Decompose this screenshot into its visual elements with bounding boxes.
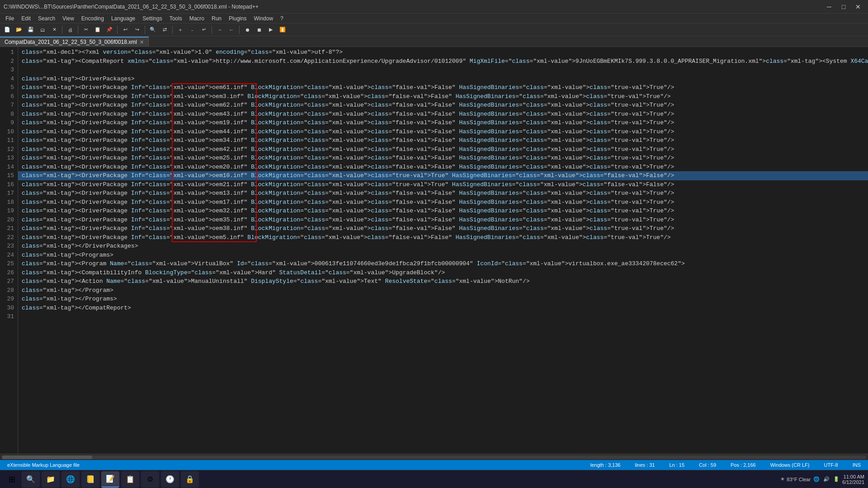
ln-info: Ln : 15 xyxy=(666,462,687,468)
explorer-taskbar-button[interactable]: 📁 xyxy=(42,471,60,488)
save-all-button[interactable]: 🗂 xyxy=(37,25,48,35)
line-number-14: 14 xyxy=(4,163,14,172)
horizontal-scrollbar[interactable] xyxy=(0,454,868,460)
line-number-19: 19 xyxy=(4,206,14,216)
code-line-14: class="xml-tag"><DriverPackage Inf="clas… xyxy=(18,163,868,172)
settings-taskbar-button[interactable]: ⚙ xyxy=(141,471,159,488)
menu-settings[interactable]: Settings xyxy=(139,14,165,23)
line-number-9: 9 xyxy=(4,118,14,127)
menu-edit[interactable]: Edit xyxy=(18,14,34,23)
toolbar-sep2 xyxy=(78,26,78,34)
speaker-icon: 🔊 xyxy=(823,476,830,482)
code-line-19: class="xml-tag"><DriverPackage Inf="clas… xyxy=(18,206,868,216)
code-line-16: class="xml-tag"><DriverPackage Inf="clas… xyxy=(18,180,868,189)
line-number-25: 25 xyxy=(4,259,14,268)
weather-text: 83°F Clear xyxy=(787,477,811,482)
menu-file[interactable]: File xyxy=(2,14,18,23)
date-display: 6/12/2021 xyxy=(842,479,864,485)
menu-macro[interactable]: Macro xyxy=(186,14,208,23)
code-line-21: class="xml-tag"><DriverPackage Inf="clas… xyxy=(18,224,868,233)
chrome-taskbar-button[interactable]: 🌐 xyxy=(61,471,80,488)
zoom-out-button[interactable]: - xyxy=(187,25,198,35)
menu-search[interactable]: Search xyxy=(34,14,59,23)
line-number-13: 13 xyxy=(4,154,14,163)
notes-taskbar-button[interactable]: 📒 xyxy=(81,471,99,488)
menu-encoding[interactable]: Encoding xyxy=(78,14,108,23)
wrap-button[interactable]: ↵ xyxy=(198,25,209,35)
macro-stop-button[interactable]: ⏹ xyxy=(254,25,264,35)
new-button[interactable]: 📄 xyxy=(2,25,13,35)
close-button[interactable]: ✕ xyxy=(852,2,864,11)
toolbar-sep3 xyxy=(117,26,118,34)
search-taskbar-button[interactable]: 🔍 xyxy=(22,471,40,488)
print-button[interactable]: 🖨 xyxy=(65,25,75,35)
minimize-button[interactable]: ─ xyxy=(823,2,835,11)
toolbar-sep1 xyxy=(62,26,62,34)
menu-plugins[interactable]: Plugins xyxy=(225,14,250,23)
redo-button[interactable]: ↪ xyxy=(132,25,142,35)
active-tab[interactable]: CompatData_2021_06_12_22_53_50_3_006f001… xyxy=(0,37,149,47)
line-number-16: 16 xyxy=(4,180,14,189)
code-line-15: class="xml-tag"><DriverPackage Inf="clas… xyxy=(18,171,868,180)
notepad-taskbar-button[interactable]: 📝 xyxy=(101,471,119,488)
code-line-28: class="xml-tag"></Program> xyxy=(18,286,868,295)
outdent-button[interactable]: ← xyxy=(226,25,237,35)
line-number-8: 8 xyxy=(4,110,14,119)
code-content[interactable]: class="xml-decl"><?xml version="class="x… xyxy=(18,47,868,454)
code-line-17: class="xml-tag"><DriverPackage Inf="clas… xyxy=(18,189,868,198)
find-button[interactable]: 🔍 xyxy=(147,25,158,35)
toolbar: 📄 📂 💾 🗂 ✕ 🖨 ✂ 📋 📌 ↩ ↪ 🔍 ⇄ + - ↵ → ← ⏺ ⏹ … xyxy=(0,23,868,36)
code-line-20: class="xml-tag"><DriverPackage Inf="clas… xyxy=(18,216,868,225)
copy-button[interactable]: 📋 xyxy=(92,25,103,35)
menu-language[interactable]: Language xyxy=(108,14,139,23)
maximize-button[interactable]: □ xyxy=(837,2,850,11)
menu-run[interactable]: Run xyxy=(208,14,225,23)
indent-button[interactable]: → xyxy=(214,25,225,35)
encoding-info: UTF-8 xyxy=(821,462,840,468)
save-button[interactable]: 💾 xyxy=(25,25,36,35)
line-number-24: 24 xyxy=(4,251,14,260)
code-line-2: class="xml-tag"><CompatReport xmlns="cla… xyxy=(18,57,868,66)
scroll-track[interactable] xyxy=(2,455,866,459)
start-button[interactable]: ⊞ xyxy=(4,471,20,488)
code-line-27: class="xml-tag"><Action Name="class="xml… xyxy=(18,277,868,286)
security-taskbar-button[interactable]: 🔒 xyxy=(181,471,199,488)
scroll-thumb[interactable] xyxy=(2,455,92,459)
clock-taskbar-button[interactable]: 🕐 xyxy=(161,471,179,488)
taskbar: ⊞ 🔍 📁 🌐 📒 📝 📋 ⚙ 🕐 🔒 ☀ 83°F Clear 🌐 🔊 🔋 1… xyxy=(0,470,868,488)
col-info: Col : 59 xyxy=(696,462,719,468)
line-number-20: 20 xyxy=(4,216,14,225)
open-button[interactable]: 📂 xyxy=(14,25,24,35)
cut-button[interactable]: ✂ xyxy=(80,25,91,35)
line-number-11: 11 xyxy=(4,136,14,145)
line-number-7: 7 xyxy=(4,101,14,110)
line-number-1: 1 xyxy=(4,48,14,57)
zoom-in-button[interactable]: + xyxy=(175,25,186,35)
clipboard-taskbar-button[interactable]: 📋 xyxy=(121,471,139,488)
toolbar-sep5 xyxy=(172,26,173,34)
title-text: C:\WINDOWS\...BT\Sources\Panther\CompatD… xyxy=(4,4,259,10)
line-number-4: 4 xyxy=(4,75,14,84)
menu-tools[interactable]: Tools xyxy=(166,14,186,23)
status-right: length : 3,136 lines : 31 Ln : 15 Col : … xyxy=(588,462,863,468)
macro-play-button[interactable]: ▶ xyxy=(265,25,276,35)
menu-help[interactable]: ? xyxy=(277,14,287,23)
close-button2[interactable]: ✕ xyxy=(49,25,60,35)
paste-button[interactable]: 📌 xyxy=(104,25,115,35)
line-number-23: 23 xyxy=(4,242,14,251)
tab-close-button[interactable]: ✕ xyxy=(140,39,144,45)
line-number-28: 28 xyxy=(4,286,14,295)
line-number-31: 31 xyxy=(4,312,14,321)
menu-window[interactable]: Window xyxy=(250,14,277,23)
undo-button[interactable]: ↩ xyxy=(120,25,131,35)
menu-view[interactable]: View xyxy=(59,14,78,23)
pos-info: Pos : 2,166 xyxy=(728,462,759,468)
line-number-26: 26 xyxy=(4,268,14,277)
file-type: eXtensible Markup Language file xyxy=(5,462,82,468)
replace-button[interactable]: ⇄ xyxy=(159,25,170,35)
macro-rec-button[interactable]: ⏺ xyxy=(242,25,253,35)
macro-save-button[interactable]: ⏫ xyxy=(277,25,288,35)
line-number-17: 17 xyxy=(4,189,14,198)
code-line-18: class="xml-tag"><DriverPackage Inf="clas… xyxy=(18,198,868,207)
line-number-10: 10 xyxy=(4,127,14,136)
